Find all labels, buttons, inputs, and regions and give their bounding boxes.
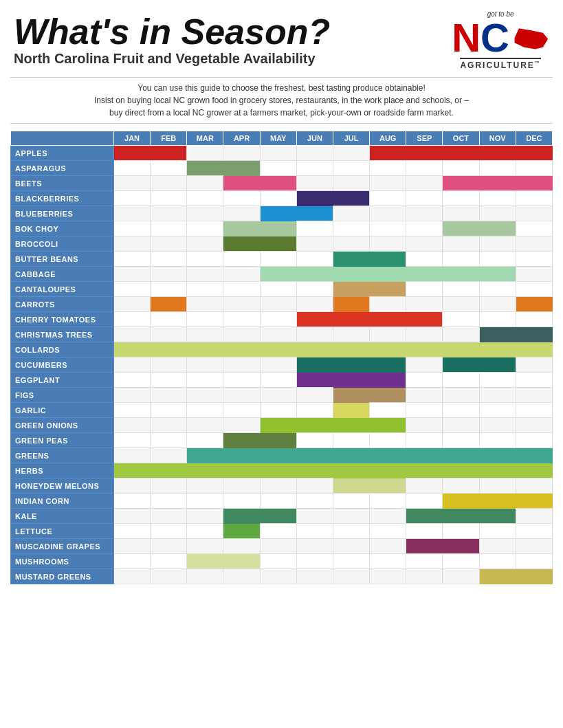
availability-cell [333,282,369,297]
availability-cell [187,357,223,373]
logo-nc: NC [452,18,509,58]
availability-cell [443,494,479,509]
availability-cell [187,509,223,524]
availability-cell [296,509,333,524]
availability-cell [296,327,333,342]
availability-cell [114,282,151,297]
availability-cell [479,494,516,509]
availability-cell [406,478,443,494]
availability-cell [406,373,443,388]
availability-cell [223,357,260,373]
availability-cell [296,524,333,539]
month-jul: JUL [333,131,369,146]
availability-cell [187,312,223,327]
availability-cell [151,327,187,342]
produce-label: GREENS [11,448,114,463]
availability-cell [151,509,187,524]
table-row: INDIAN CORN [11,494,553,509]
table-row: CABBAGE [11,267,553,282]
availability-cell [151,146,187,161]
availability-cell [260,554,296,569]
availability-cell [443,357,479,373]
availability-cell [370,448,406,463]
availability-cell [187,252,223,267]
availability-cell [223,388,260,403]
availability-cell [187,494,223,509]
availability-cell [333,342,369,357]
availability-cell [516,206,552,221]
availability-cell [223,539,260,554]
availability-cell [333,206,369,221]
availability-cell [406,297,443,312]
availability-cell [296,433,333,448]
availability-cell [333,191,369,206]
availability-cell [333,433,369,448]
availability-cell [406,206,443,221]
availability-cell [516,357,552,373]
table-row: BEETS [11,176,553,191]
produce-label: CUCUMBERS [11,357,114,373]
availability-cell [187,146,223,161]
availability-cell [151,388,187,403]
availability-cell [187,524,223,539]
availability-cell [516,478,552,494]
availability-cell [260,282,296,297]
produce-label: BOK CHOY [11,221,114,236]
availability-cell [223,221,260,236]
availability-cell [151,463,187,478]
availability-cell [260,357,296,373]
produce-label: BLACKBERRIES [11,191,114,206]
availability-cell [187,327,223,342]
availability-cell [260,191,296,206]
availability-cell [223,191,260,206]
availability-cell [260,463,296,478]
availability-cell [516,554,552,569]
availability-cell [187,478,223,494]
availability-cell [333,569,369,584]
availability-cell [516,146,552,161]
desc-line3: buy direct from a local NC grower at a f… [38,107,525,119]
sub-title: North Carolina Fruit and Vegetable Avail… [14,51,452,67]
availability-cell [443,342,479,357]
availability-cell [333,463,369,478]
availability-cell [187,236,223,252]
availability-cell [260,388,296,403]
availability-cell [443,418,479,433]
availability-cell [296,236,333,252]
logo-tm: ™ [535,60,541,65]
availability-cell [296,312,333,327]
availability-cell [479,433,516,448]
availability-cell [296,357,333,373]
availability-cell [296,342,333,357]
availability-cell [370,463,406,478]
produce-label: BEETS [11,176,114,191]
availability-cell [114,403,151,418]
availability-cell [151,191,187,206]
availability-cell [260,494,296,509]
availability-cell [151,448,187,463]
availability-cell [370,297,406,312]
availability-cell [370,206,406,221]
availability-cell [223,403,260,418]
logo-block: got to be NC AGRICULTURE™ [452,10,549,70]
availability-cell [443,403,479,418]
availability-cell [443,267,479,282]
table-row: BROCCOLI [11,236,553,252]
produce-label: BLUEBERRIES [11,206,114,221]
availability-cell [370,494,406,509]
table-row: CHRISTMAS TREES [11,327,553,342]
availability-cell [296,221,333,236]
produce-label: HONEYDEW MELONS [11,478,114,494]
produce-label: COLLARDS [11,342,114,357]
availability-cell [479,357,516,373]
availability-cell [114,146,151,161]
availability-cell [479,252,516,267]
availability-cell [443,282,479,297]
table-row: BUTTER BEANS [11,252,553,267]
table-row: ASPARAGUS [11,161,553,176]
availability-cell [443,297,479,312]
availability-cell [187,282,223,297]
availability-cell [333,176,369,191]
desc-line2: Insist on buying local NC grown food in … [38,94,525,107]
availability-cell [187,206,223,221]
